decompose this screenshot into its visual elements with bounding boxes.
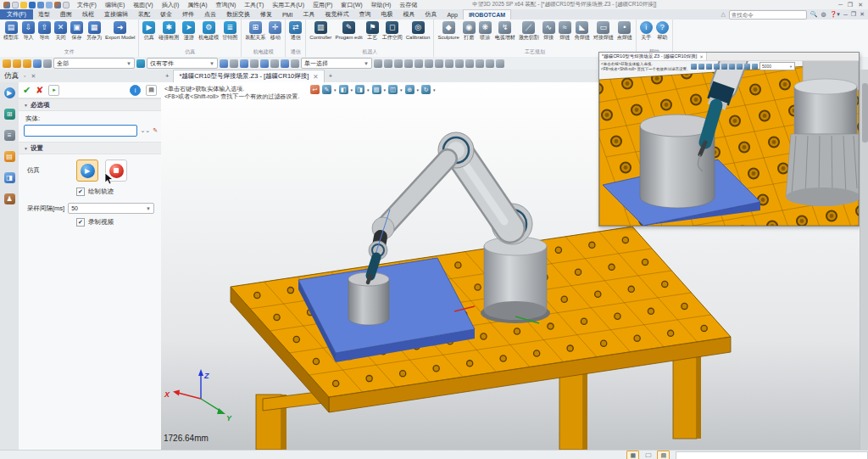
ribbon-button-save-file[interactable]: ▣保存 (69, 20, 85, 42)
restore-button[interactable]: ❐ (851, 11, 856, 18)
chevron-down-icon[interactable]: ▾ (334, 87, 337, 92)
chain-pick-icon[interactable] (384, 59, 392, 68)
menubar-item[interactable]: 编辑(E) (101, 1, 129, 9)
panel-close-button[interactable]: ✕ (31, 73, 36, 80)
view-section-icon[interactable]: ◫ (388, 85, 398, 94)
mini-orbit-icon[interactable] (737, 64, 743, 70)
ribbon-tab-焊件[interactable]: 焊件 (177, 9, 199, 20)
new-tab-button[interactable]: + (325, 72, 337, 80)
view-orbit-icon[interactable]: ↻ (421, 85, 431, 94)
ribbon-button-simulation-play[interactable]: ▶仿真 (141, 20, 157, 42)
snap-pi-icon[interactable] (465, 59, 474, 68)
ribbon-tab-钣金[interactable]: 钣金 (155, 9, 177, 20)
mini-zoom-icon[interactable] (729, 64, 735, 70)
redo-icon[interactable] (54, 2, 61, 8)
ribbon-button-collision-detect[interactable]: ✱碰撞检测 (157, 20, 181, 42)
draw-track-checkbox[interactable]: ✔ (76, 188, 85, 196)
info-icon[interactable]: i (130, 85, 141, 96)
snap-slash-icon[interactable] (476, 59, 484, 68)
vertex-filter-icon[interactable] (240, 59, 248, 68)
ribbon-button-export-model[interactable]: ➜Export Model (103, 20, 136, 42)
minimize-button[interactable]: ─ (838, 2, 843, 8)
search-icon[interactable]: 🔍 (810, 11, 818, 18)
close-button[interactable]: ✕ (858, 2, 863, 8)
panel-collapse-button[interactable]: ▫ (24, 73, 25, 79)
record-video-checkbox[interactable]: ✔ (76, 218, 85, 227)
pick-filter-icon[interactable] (136, 59, 145, 68)
new-file-icon[interactable] (12, 2, 19, 8)
paste-icon[interactable] (230, 59, 238, 68)
undo-icon[interactable] (46, 2, 53, 8)
display-toggle-icon[interactable]: 🖵 (642, 451, 654, 459)
ribbon-button-weld[interactable]: ∿焊接 (541, 20, 557, 42)
ribbon-tab-电极[interactable]: 电极 (376, 9, 398, 20)
ribbon-button-calibration[interactable]: ◎Calibration (404, 20, 432, 42)
mini-view-icon[interactable] (698, 64, 704, 70)
grid-toggle-icon[interactable]: ▦ (626, 451, 639, 459)
ribbon-tab-装配[interactable]: 装配 (133, 9, 155, 20)
ribbon-tab-曲面[interactable]: 曲面 (55, 9, 77, 20)
ribbon-button-fillet-weld[interactable]: ◣角焊缝 (573, 20, 592, 42)
snap-center-icon[interactable] (425, 59, 433, 68)
inset-document-tab[interactable]: *越疆CR10型号焊接场景.Z3 - [越疆CR10焊接] ✕ (599, 53, 707, 60)
sketch-filter-icon[interactable] (291, 59, 299, 68)
lasso-select-icon[interactable] (43, 59, 52, 68)
box-select-icon[interactable] (33, 59, 42, 68)
remove-select-icon[interactable] (23, 59, 31, 68)
chevron-down-icon[interactable]: ▾ (417, 87, 420, 92)
menubar-item[interactable]: 工具(T) (240, 1, 268, 9)
view-orient-icon[interactable]: ◧ (339, 85, 348, 94)
ribbon-button-close-file[interactable]: ✕关闭 (53, 20, 69, 42)
ribbon-tab-点云[interactable]: 点云 (199, 9, 221, 20)
exit-pick-icon[interactable]: ↩ (310, 85, 320, 94)
ribbon-button-gantt-chart[interactable]: ≣甘特图 (220, 20, 239, 42)
chevron-down-icon[interactable]: ▾ (367, 87, 370, 92)
snap-circle-icon[interactable] (435, 59, 443, 68)
scope-filter-select[interactable]: 全部▼ (53, 58, 135, 69)
ok-button[interactable]: ✔ (23, 85, 31, 96)
ribbon-button-grinding[interactable]: ◉打磨 (461, 20, 477, 42)
ribbon-button-import[interactable]: ⇩导入 (20, 20, 36, 42)
globe-icon[interactable]: ◍ (821, 11, 826, 18)
ribbon-button-workspace[interactable]: ◻工作空间 (381, 20, 404, 42)
save-icon[interactable] (29, 2, 36, 8)
settings-section-header[interactable]: ▼ 设置 (19, 142, 161, 154)
menubar-item[interactable]: 窗口(W) (337, 1, 366, 9)
tab-close-icon[interactable]: ✕ (313, 73, 318, 81)
ribbon-button-laser-cut[interactable]: ／激光切割 (517, 20, 541, 42)
menubar-item[interactable]: 文件(F) (73, 1, 101, 9)
options-page-icon[interactable]: ▤ (146, 85, 157, 96)
minimize-button[interactable]: ─ (843, 12, 848, 18)
ribbon-button-program-edit[interactable]: ✎Progam edit (333, 20, 364, 42)
ribbon-button-arc-additive[interactable]: ↯电弧增材 (493, 20, 517, 42)
ribbon-tab-视觉样式[interactable]: 视觉样式 (320, 9, 353, 20)
command-search-input[interactable] (729, 10, 807, 20)
ribbon-tab-修复[interactable]: 修复 (255, 9, 277, 20)
copy-icon[interactable] (220, 59, 228, 68)
menubar-item[interactable]: 云存储 (395, 1, 421, 9)
ribbon-button-controller[interactable]: ▥Controller (308, 20, 333, 42)
select-arrow-icon[interactable] (3, 59, 11, 68)
save-all-icon[interactable] (37, 2, 44, 8)
interval-select[interactable]: 50 ▼ (68, 203, 154, 214)
restore-button[interactable]: ❐ (848, 2, 853, 8)
ribbon-tab-直接编辑[interactable]: 直接编辑 (99, 9, 133, 20)
menubar-item[interactable]: 视图(V) (129, 1, 157, 9)
apply-button[interactable]: ▸ (48, 85, 59, 96)
snap-parallel-icon[interactable] (415, 59, 423, 68)
ribbon-button-communication[interactable]: ⇄通信 (287, 20, 303, 42)
menubar-item[interactable]: 实用工具(U) (268, 1, 309, 9)
assembly-tree-icon[interactable]: ⊞ (4, 109, 15, 120)
ribbon-button-assembly-relation[interactable]: ⊞装配关系 (243, 20, 267, 42)
inset-3d-scene[interactable] (599, 61, 859, 226)
snap-wave-icon[interactable] (445, 59, 453, 68)
ribbon-button-process[interactable]: ⚑工艺 (364, 20, 381, 42)
entity-filter-select[interactable]: 仅有零件▼ (147, 58, 218, 69)
menubar-item[interactable]: 属性(A) (183, 1, 211, 9)
cancel-button[interactable]: ✘ (36, 85, 43, 96)
mini-pan-icon[interactable] (744, 64, 750, 70)
simulation-manager-icon[interactable]: ▶ (4, 87, 15, 98)
open-file-icon[interactable] (20, 2, 27, 8)
window-toggle-icon[interactable]: ▤ (657, 451, 670, 459)
ribbon-button-mechatronics-model[interactable]: ⚙机电建模 (197, 20, 220, 42)
